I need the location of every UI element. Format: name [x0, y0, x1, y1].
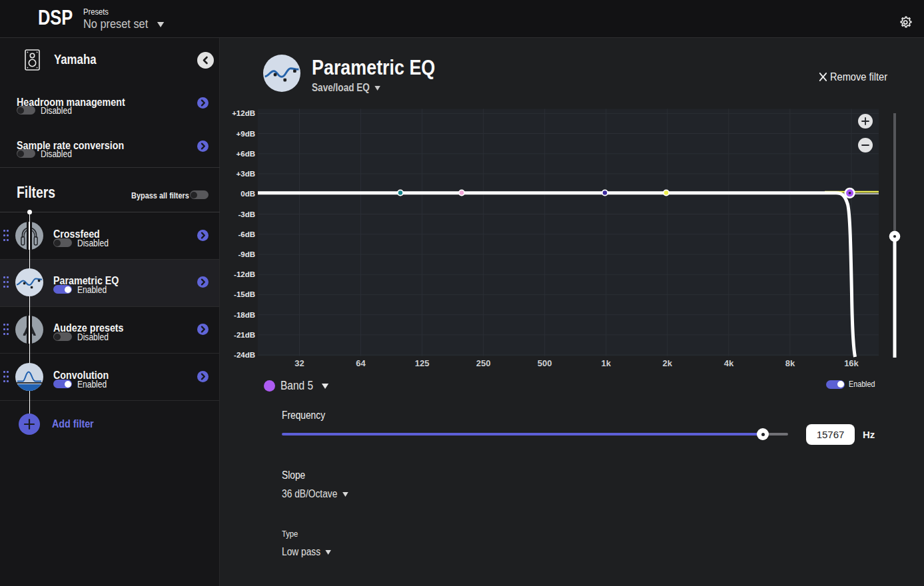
svg-text:16k: 16k — [844, 358, 859, 368]
svg-text:-9dB: -9dB — [238, 250, 255, 258]
svg-text:-12dB: -12dB — [234, 270, 255, 278]
svg-text:-18dB: -18dB — [234, 311, 255, 319]
svg-text:-3dB: -3dB — [238, 210, 255, 218]
svg-text:4k: 4k — [724, 358, 734, 368]
svg-text:32: 32 — [294, 358, 304, 368]
svg-text:+12dB: +12dB — [232, 109, 255, 117]
svg-text:500: 500 — [538, 358, 552, 368]
svg-text:-24dB: -24dB — [234, 351, 255, 359]
svg-text:+9dB: +9dB — [236, 130, 255, 138]
svg-text:-6dB: -6dB — [238, 230, 255, 238]
svg-text:125: 125 — [415, 358, 430, 368]
svg-text:250: 250 — [476, 358, 491, 368]
svg-text:-21dB: -21dB — [234, 331, 255, 339]
svg-text:0dB: 0dB — [240, 190, 255, 198]
svg-text:2k: 2k — [663, 358, 673, 368]
svg-text:+3dB: +3dB — [236, 170, 255, 178]
svg-text:+6dB: +6dB — [236, 150, 255, 158]
svg-text:1k: 1k — [602, 358, 612, 368]
svg-text:-15dB: -15dB — [234, 290, 255, 298]
svg-text:8k: 8k — [785, 358, 795, 368]
svg-text:64: 64 — [356, 358, 366, 368]
